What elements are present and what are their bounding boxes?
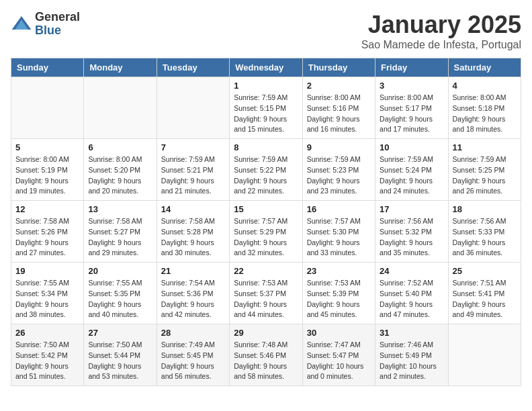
day-info: Sunrise: 7:58 AMSunset: 5:27 PMDaylight:… (88, 216, 152, 259)
page-header: General Blue January 2025 Sao Mamede de … (11, 11, 521, 51)
week-row-4: 19Sunrise: 7:55 AMSunset: 5:34 PMDayligh… (11, 263, 521, 324)
day-info: Sunrise: 8:00 AMSunset: 5:20 PMDaylight:… (88, 154, 152, 197)
calendar-cell: 31Sunrise: 7:46 AMSunset: 5:49 PMDayligh… (375, 324, 448, 386)
day-header-monday: Monday (84, 58, 157, 77)
day-number: 23 (307, 266, 371, 276)
day-info: Sunrise: 7:50 AMSunset: 5:44 PMDaylight:… (88, 340, 152, 382)
day-info: Sunrise: 7:50 AMSunset: 5:42 PMDaylight:… (15, 340, 79, 382)
day-number: 13 (88, 204, 152, 214)
day-number: 3 (380, 81, 443, 91)
day-info: Sunrise: 7:49 AMSunset: 5:45 PMDaylight:… (161, 340, 225, 382)
calendar-cell: 8Sunrise: 7:59 AMSunset: 5:22 PMDaylight… (230, 139, 302, 201)
day-number: 16 (307, 204, 371, 214)
calendar-cell: 6Sunrise: 8:00 AMSunset: 5:20 PMDaylight… (84, 139, 157, 201)
calendar-cell: 7Sunrise: 7:59 AMSunset: 5:21 PMDaylight… (157, 139, 229, 201)
calendar-cell: 19Sunrise: 7:55 AMSunset: 5:34 PMDayligh… (11, 263, 84, 324)
day-header-friday: Friday (375, 58, 448, 77)
day-info: Sunrise: 7:59 AMSunset: 5:22 PMDaylight:… (234, 154, 298, 197)
calendar-cell: 2Sunrise: 8:00 AMSunset: 5:16 PMDaylight… (302, 77, 375, 139)
day-info: Sunrise: 7:59 AMSunset: 5:21 PMDaylight:… (161, 154, 225, 197)
day-info: Sunrise: 8:00 AMSunset: 5:16 PMDaylight:… (307, 93, 371, 135)
calendar-cell (11, 77, 84, 139)
week-row-5: 26Sunrise: 7:50 AMSunset: 5:42 PMDayligh… (11, 324, 521, 386)
calendar-cell: 29Sunrise: 7:48 AMSunset: 5:46 PMDayligh… (230, 324, 302, 386)
calendar-cell: 15Sunrise: 7:57 AMSunset: 5:29 PMDayligh… (230, 201, 302, 263)
day-number: 19 (15, 266, 79, 276)
calendar-cell (84, 77, 157, 139)
day-number: 29 (234, 328, 298, 338)
day-header-sunday: Sunday (11, 58, 84, 77)
calendar-cell: 17Sunrise: 7:56 AMSunset: 5:32 PMDayligh… (375, 201, 448, 263)
day-number: 26 (15, 328, 79, 338)
calendar-cell (448, 324, 521, 386)
day-number: 4 (453, 81, 517, 91)
day-number: 18 (453, 204, 517, 214)
calendar-table: SundayMondayTuesdayWednesdayThursdayFrid… (11, 58, 521, 386)
day-number: 2 (307, 81, 371, 91)
day-info: Sunrise: 7:55 AMSunset: 5:34 PMDaylight:… (15, 278, 79, 320)
day-number: 14 (161, 204, 225, 214)
calendar-cell: 1Sunrise: 7:59 AMSunset: 5:15 PMDaylight… (230, 77, 302, 139)
calendar-cell: 18Sunrise: 7:56 AMSunset: 5:33 PMDayligh… (448, 201, 521, 263)
day-info: Sunrise: 7:51 AMSunset: 5:41 PMDaylight:… (453, 278, 517, 320)
day-info: Sunrise: 7:59 AMSunset: 5:25 PMDaylight:… (453, 154, 517, 197)
calendar-cell: 20Sunrise: 7:55 AMSunset: 5:35 PMDayligh… (84, 263, 157, 324)
day-info: Sunrise: 8:00 AMSunset: 5:17 PMDaylight:… (380, 93, 443, 135)
day-info: Sunrise: 7:55 AMSunset: 5:35 PMDaylight:… (88, 278, 152, 320)
week-row-2: 5Sunrise: 8:00 AMSunset: 5:19 PMDaylight… (11, 139, 521, 201)
day-number: 12 (15, 204, 79, 214)
calendar-cell: 23Sunrise: 7:53 AMSunset: 5:39 PMDayligh… (302, 263, 375, 324)
logo-text: General Blue (35, 11, 80, 38)
day-number: 17 (380, 204, 443, 214)
calendar-cell: 27Sunrise: 7:50 AMSunset: 5:44 PMDayligh… (84, 324, 157, 386)
calendar-cell: 11Sunrise: 7:59 AMSunset: 5:25 PMDayligh… (448, 139, 521, 201)
day-info: Sunrise: 8:00 AMSunset: 5:19 PMDaylight:… (15, 154, 79, 197)
day-number: 31 (380, 328, 443, 338)
day-info: Sunrise: 7:47 AMSunset: 5:47 PMDaylight:… (307, 340, 371, 382)
day-number: 6 (88, 142, 152, 152)
day-number: 28 (161, 328, 225, 338)
calendar-cell: 21Sunrise: 7:54 AMSunset: 5:36 PMDayligh… (157, 263, 229, 324)
main-title: January 2025 (361, 11, 521, 39)
week-row-3: 12Sunrise: 7:58 AMSunset: 5:26 PMDayligh… (11, 201, 521, 263)
day-number: 10 (380, 142, 443, 152)
day-number: 11 (453, 142, 517, 152)
calendar-cell: 25Sunrise: 7:51 AMSunset: 5:41 PMDayligh… (448, 263, 521, 324)
calendar-cell: 28Sunrise: 7:49 AMSunset: 5:45 PMDayligh… (157, 324, 229, 386)
day-info: Sunrise: 7:56 AMSunset: 5:33 PMDaylight:… (453, 216, 517, 259)
calendar-header-row: SundayMondayTuesdayWednesdayThursdayFrid… (11, 58, 521, 77)
day-number: 25 (453, 266, 517, 276)
logo-icon (11, 13, 32, 35)
calendar-cell: 3Sunrise: 8:00 AMSunset: 5:17 PMDaylight… (375, 77, 448, 139)
day-number: 24 (380, 266, 443, 276)
day-info: Sunrise: 7:57 AMSunset: 5:30 PMDaylight:… (307, 216, 371, 259)
day-number: 20 (88, 266, 152, 276)
calendar-cell: 10Sunrise: 7:59 AMSunset: 5:24 PMDayligh… (375, 139, 448, 201)
calendar-cell: 9Sunrise: 7:59 AMSunset: 5:23 PMDaylight… (302, 139, 375, 201)
day-info: Sunrise: 7:58 AMSunset: 5:28 PMDaylight:… (161, 216, 225, 259)
day-info: Sunrise: 7:53 AMSunset: 5:37 PMDaylight:… (234, 278, 298, 320)
day-number: 22 (234, 266, 298, 276)
subtitle: Sao Mamede de Infesta, Portugal (361, 39, 521, 51)
calendar-cell: 14Sunrise: 7:58 AMSunset: 5:28 PMDayligh… (157, 201, 229, 263)
day-header-saturday: Saturday (448, 58, 521, 77)
calendar-cell: 24Sunrise: 7:52 AMSunset: 5:40 PMDayligh… (375, 263, 448, 324)
day-header-wednesday: Wednesday (230, 58, 302, 77)
day-number: 21 (161, 266, 225, 276)
title-section: January 2025 Sao Mamede de Infesta, Port… (361, 11, 521, 51)
day-info: Sunrise: 7:53 AMSunset: 5:39 PMDaylight:… (307, 278, 371, 320)
day-number: 9 (307, 142, 371, 152)
logo-blue-text: Blue (35, 24, 80, 38)
calendar-cell: 12Sunrise: 7:58 AMSunset: 5:26 PMDayligh… (11, 201, 84, 263)
day-header-tuesday: Tuesday (157, 58, 229, 77)
day-info: Sunrise: 8:00 AMSunset: 5:18 PMDaylight:… (453, 93, 517, 135)
day-info: Sunrise: 7:59 AMSunset: 5:24 PMDaylight:… (380, 154, 443, 197)
day-number: 5 (15, 142, 79, 152)
day-number: 27 (88, 328, 152, 338)
day-number: 7 (161, 142, 225, 152)
calendar-cell: 30Sunrise: 7:47 AMSunset: 5:47 PMDayligh… (302, 324, 375, 386)
day-number: 30 (307, 328, 371, 338)
day-info: Sunrise: 7:48 AMSunset: 5:46 PMDaylight:… (234, 340, 298, 382)
day-info: Sunrise: 7:52 AMSunset: 5:40 PMDaylight:… (380, 278, 443, 320)
calendar-cell: 26Sunrise: 7:50 AMSunset: 5:42 PMDayligh… (11, 324, 84, 386)
